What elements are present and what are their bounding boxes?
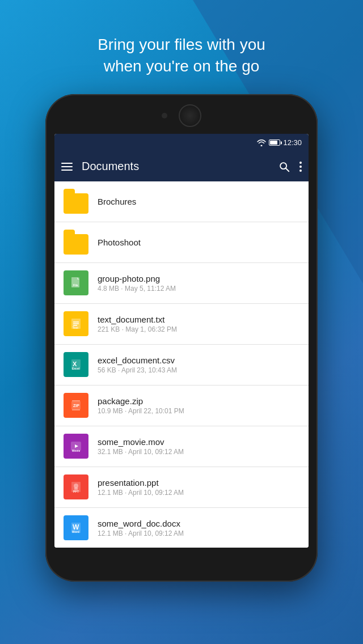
status-bar: 12:30 [54, 134, 309, 152]
svg-text:PPT: PPT [73, 490, 79, 493]
file-meta: 12.1 MB · April 10, 09:12 AM [98, 529, 299, 537]
file-type-icon: Text [64, 311, 88, 336]
svg-text:Word: Word [72, 530, 79, 533]
list-item[interactable]: Brochures [54, 181, 309, 222]
svg-text:Movie: Movie [72, 449, 80, 452]
list-item[interactable]: WWord some_word_doc.docx 12.1 MB · April… [54, 508, 309, 548]
file-meta: 12.1 MB · April 10, 09:12 AM [98, 489, 299, 497]
search-icon[interactable] [278, 160, 290, 173]
toolbar: Documents [54, 152, 309, 181]
svg-text:Excel: Excel [72, 367, 80, 370]
list-item[interactable]: Text text_document.txt 221 KB · May 1, 0… [54, 304, 309, 345]
more-options-icon[interactable] [299, 162, 302, 172]
file-meta: 10.9 MB · April 22, 10:01 PM [98, 407, 299, 415]
file-name: excel_document.csv [98, 355, 299, 365]
svg-line-1 [286, 168, 289, 171]
file-type-icon: XExcel [64, 352, 88, 377]
file-meta: 56 KB · April 23, 10:43 AM [98, 366, 299, 374]
file-name: text_document.txt [98, 315, 299, 324]
file-name: group-photo.png [98, 274, 299, 283]
list-item[interactable]: PPT presentation.ppt 12.1 MB · April 10,… [54, 467, 309, 508]
file-name: some_movie.mov [98, 437, 299, 447]
file-info: excel_document.csv 56 KB · April 23, 10:… [98, 355, 299, 374]
file-info: some_word_doc.docx 12.1 MB · April 10, 0… [98, 519, 299, 537]
speaker [179, 104, 201, 127]
svg-text:ZIP: ZIP [73, 404, 79, 408]
svg-rect-14 [72, 409, 80, 410]
list-item[interactable]: ZIP package.zip 10.9 MB · April 22, 10:0… [54, 385, 309, 426]
file-type-icon: WWord [64, 515, 88, 540]
folder-icon [64, 230, 88, 255]
file-info: text_document.txt 221 KB · May 1, 06:32 … [98, 315, 299, 333]
file-info: Photoshoot [98, 238, 299, 247]
file-name: some_word_doc.docx [98, 519, 299, 528]
file-list: Brochures Photoshoot File group-photo.pn… [54, 181, 309, 548]
file-name: Photoshoot [98, 238, 299, 247]
file-meta: 4.8 MB · May 5, 11:12 AM [98, 285, 299, 293]
file-info: group-photo.png 4.8 MB · May 5, 11:12 AM [98, 274, 299, 293]
file-type-icon: PPT [64, 474, 88, 499]
file-name: Brochures [98, 197, 299, 206]
file-info: some_movie.mov 32.1 MB · April 10, 09:12… [98, 437, 299, 456]
file-info: presentation.ppt 12.1 MB · April 10, 09:… [98, 478, 299, 497]
toolbar-title: Documents [82, 160, 269, 173]
battery-icon [269, 139, 280, 146]
phone-screen: 12:30 Documents [54, 134, 309, 548]
file-name: package.zip [98, 396, 299, 406]
folder-icon [64, 189, 88, 214]
camera-dot [162, 113, 167, 118]
file-info: package.zip 10.9 MB · April 22, 10:01 PM [98, 396, 299, 415]
svg-text:File: File [73, 283, 78, 287]
file-type-icon: ZIP [64, 393, 88, 418]
file-type-icon: Movie [64, 434, 88, 459]
file-meta: 32.1 MB · April 10, 09:12 AM [98, 448, 299, 456]
list-item[interactable]: Movie some_movie.mov 32.1 MB · April 10,… [54, 426, 309, 467]
menu-icon[interactable] [61, 163, 73, 171]
status-icons: 12:30 [257, 138, 302, 147]
file-type-icon: File [64, 270, 88, 295]
list-item[interactable]: Photoshoot [54, 222, 309, 263]
phone-mockup: 12:30 Documents [45, 94, 318, 582]
phone-shell: 12:30 Documents [45, 94, 318, 582]
wifi-icon [257, 139, 266, 146]
file-name: presentation.ppt [98, 478, 299, 488]
file-info: Brochures [98, 197, 299, 206]
list-item[interactable]: File group-photo.png 4.8 MB · May 5, 11:… [54, 263, 309, 304]
camera-area [162, 104, 201, 127]
svg-rect-13 [72, 400, 80, 401]
file-meta: 221 KB · May 1, 06:32 PM [98, 325, 299, 333]
svg-text:Text: Text [73, 326, 78, 329]
svg-point-20 [74, 484, 78, 488]
hero-text: Bring your files with you when you're on… [64, 34, 299, 77]
status-time: 12:30 [283, 138, 302, 147]
list-item[interactable]: XExcel excel_document.csv 56 KB · April … [54, 345, 309, 385]
